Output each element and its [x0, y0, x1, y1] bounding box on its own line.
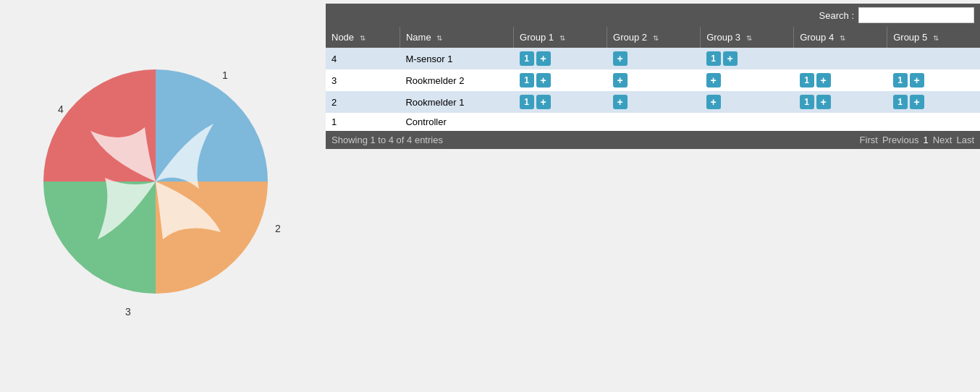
col-group3[interactable]: Group 3 ⇅	[701, 27, 794, 48]
group-add-button[interactable]: +	[613, 95, 628, 109]
group-add-button[interactable]: +	[706, 95, 721, 109]
showing-text: Showing 1 to 4 of 4 entries	[331, 135, 443, 145]
group-badge: 1	[706, 51, 721, 66]
search-input[interactable]	[858, 7, 974, 23]
data-table: Node ⇅ Name ⇅ Group 1 ⇅ Group 2 ⇅ Group …	[326, 27, 980, 131]
group-add-button[interactable]: +	[613, 51, 628, 66]
next-button[interactable]: Next	[933, 135, 952, 145]
first-button[interactable]: First	[860, 135, 878, 145]
cell-name: Rookmelder 2	[400, 69, 513, 91]
group-badge: 1	[893, 73, 908, 88]
pagination: First Previous 1 Next Last	[860, 135, 974, 145]
cell-group4: 1+	[794, 69, 887, 91]
sort-icon-group1: ⇅	[559, 34, 565, 42]
search-label: Search :	[819, 10, 854, 21]
group-add-button[interactable]: +	[536, 51, 551, 66]
cell-node: 3	[326, 69, 400, 91]
group-add-button[interactable]: +	[816, 73, 831, 88]
sort-icon-group3: ⇅	[746, 34, 752, 42]
cell-group2: +	[607, 91, 701, 113]
cell-group4: 1+	[794, 91, 887, 113]
group-badge: 1	[520, 51, 534, 66]
group-cell-group5: 1+	[893, 73, 974, 88]
cell-group3: +	[701, 69, 794, 91]
group-badge: 1	[800, 73, 814, 88]
cell-group1: 1+	[514, 69, 607, 91]
table-row: 1Controller	[326, 113, 980, 131]
group-cell-group2: +	[613, 95, 695, 109]
sort-icon-group4: ⇅	[840, 34, 845, 42]
cell-group1: 1+	[514, 91, 607, 113]
group-add-button[interactable]: +	[910, 73, 924, 88]
cell-name: M-sensor 1	[400, 48, 513, 69]
col-group5[interactable]: Group 5 ⇅	[887, 27, 980, 48]
table-header-row: Node ⇅ Name ⇅ Group 1 ⇅ Group 2 ⇅ Group …	[326, 27, 980, 48]
group-cell-group4: 1+	[800, 73, 882, 88]
group-cell-group2: +	[613, 51, 695, 66]
cell-group4	[794, 113, 887, 131]
group-cell-group3: +	[706, 73, 788, 88]
cell-group3	[701, 113, 794, 131]
group-cell-group1: 1+	[520, 73, 601, 88]
pie-chart-container: 1 2 3 4	[18, 44, 308, 348]
col-group1[interactable]: Group 1 ⇅	[514, 27, 607, 48]
cell-group1: 1+	[514, 48, 607, 69]
group-badge: 1	[893, 95, 908, 109]
group-cell-group2: +	[613, 73, 695, 88]
sort-icon-group5: ⇅	[933, 34, 939, 42]
group-add-button[interactable]: +	[816, 95, 831, 109]
cell-node: 4	[326, 48, 400, 69]
footer-bar: Showing 1 to 4 of 4 entries First Previo…	[326, 131, 980, 149]
group-add-button[interactable]: +	[536, 73, 551, 88]
sort-icon-name: ⇅	[436, 34, 442, 42]
col-name[interactable]: Name ⇅	[400, 27, 513, 48]
group-cell-group1: 1+	[520, 95, 601, 109]
group-add-button[interactable]: +	[723, 51, 738, 66]
previous-button[interactable]: Previous	[882, 135, 919, 145]
chart-label-1: 1	[222, 69, 228, 81]
cell-group1	[514, 113, 607, 131]
sort-icon-node: ⇅	[360, 34, 366, 42]
col-group2[interactable]: Group 2 ⇅	[607, 27, 701, 48]
sort-icon-group2: ⇅	[653, 34, 659, 42]
group-add-button[interactable]: +	[613, 73, 628, 88]
group-badge: 1	[800, 95, 814, 109]
group-cell-group3: 1+	[706, 51, 788, 66]
cell-group5: 1+	[887, 69, 980, 91]
table-area: Search : Node ⇅ Name ⇅ Group 1 ⇅ Group 2	[326, 0, 980, 392]
cell-group3: 1+	[701, 48, 794, 69]
cell-group2: +	[607, 69, 701, 91]
table-row: 3Rookmelder 21+++1+1+	[326, 69, 980, 91]
page-number[interactable]: 1	[923, 135, 928, 145]
cell-name: Controller	[400, 113, 513, 131]
cell-group2	[607, 113, 701, 131]
col-group4[interactable]: Group 4 ⇅	[794, 27, 887, 48]
cell-node: 1	[326, 113, 400, 131]
table-row: 2Rookmelder 11+++1+1+	[326, 91, 980, 113]
group-cell-group4: 1+	[800, 95, 882, 109]
table-row: 4M-sensor 11++1+	[326, 48, 980, 69]
chart-label-4: 4	[58, 103, 64, 115]
cell-group4	[794, 48, 887, 69]
cell-group5	[887, 113, 980, 131]
cell-node: 2	[326, 91, 400, 113]
group-add-button[interactable]: +	[706, 73, 721, 88]
pie-chart: 1 2 3 4	[18, 44, 293, 319]
table-body: 4M-sensor 11++1+3Rookmelder 21+++1+1+2Ro…	[326, 48, 980, 131]
chart-area: 1 2 3 4	[0, 0, 326, 392]
cell-group2: +	[607, 48, 701, 69]
cell-group5	[887, 48, 980, 69]
last-button[interactable]: Last	[956, 135, 974, 145]
group-add-button[interactable]: +	[910, 95, 924, 109]
cell-group3: +	[701, 91, 794, 113]
chart-label-3: 3	[125, 306, 131, 318]
cell-name: Rookmelder 1	[400, 91, 513, 113]
group-cell-group1: 1+	[520, 51, 601, 66]
cell-group5: 1+	[887, 91, 980, 113]
group-cell-group5: 1+	[893, 95, 974, 109]
col-node[interactable]: Node ⇅	[326, 27, 400, 48]
group-badge: 1	[520, 95, 534, 109]
chart-label-2: 2	[275, 223, 281, 234]
search-bar: Search :	[326, 4, 980, 27]
group-add-button[interactable]: +	[536, 95, 551, 109]
